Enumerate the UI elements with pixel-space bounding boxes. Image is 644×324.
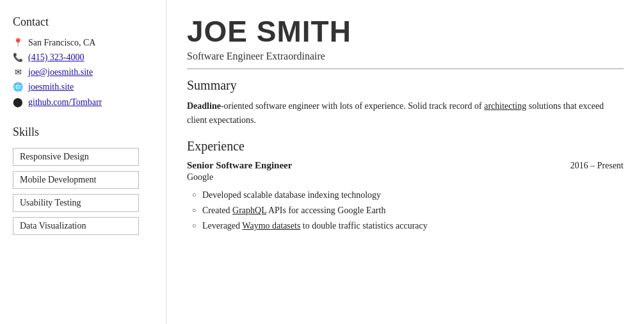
job-bullets-list: Developed scalable database indexing tec… (187, 188, 624, 233)
waymo-underline: Waymo datasets (242, 221, 300, 231)
contact-location: San Francisco, CA (28, 38, 95, 48)
candidate-name: JOE SMITH (187, 15, 624, 48)
website-link[interactable]: joesmith.site (28, 82, 74, 92)
page-container: Contact 📍 San Francisco, CA 📞 (415) 323-… (0, 0, 644, 324)
summary-heading: Summary (187, 78, 624, 93)
bullet-text: Developed scalable database indexing tec… (202, 190, 381, 200)
job-header: Senior Software Engineer 2016 – Present (187, 160, 624, 171)
bullet-text: Leveraged Waymo datasets to double traff… (202, 221, 428, 231)
list-item: 🌐 joesmith.site (13, 82, 153, 92)
globe-icon: 🌐 (13, 82, 23, 92)
graphql-underline: GraphQL (232, 206, 266, 215)
skills-section: Skills Responsive Design Mobile Developm… (13, 126, 153, 240)
list-item: ✉ joe@joesmith.site (13, 67, 153, 77)
skill-badge: Responsive Design (13, 148, 139, 166)
skill-badge: Usability Testing (13, 194, 139, 212)
phone-icon: 📞 (13, 53, 23, 63)
job-company: Google (187, 172, 624, 182)
experience-section: Experience Senior Software Engineer 2016… (187, 139, 624, 233)
skill-badge: Mobile Development (13, 171, 139, 189)
skill-badge: Data Visualization (13, 217, 139, 235)
list-item: ⬤ github.com/Tombarr (13, 97, 153, 108)
list-item: Created GraphQL APIs for accessing Googl… (192, 203, 624, 218)
sidebar: Contact 📍 San Francisco, CA 📞 (415) 323-… (0, 0, 166, 324)
candidate-subtitle: Software Engineer Extraordinaire (187, 51, 624, 62)
bold-deadline: Deadline (187, 101, 221, 111)
experience-heading: Experience (187, 139, 624, 154)
header-divider (187, 69, 624, 69)
list-item: 📞 (415) 323-4000 (13, 53, 153, 63)
location-icon: 📍 (13, 38, 23, 48)
list-item: Leveraged Waymo datasets to double traff… (192, 218, 624, 234)
github-link[interactable]: github.com/Tombarr (28, 97, 102, 108)
summary-text: Deadline-oriented software engineer with… (187, 99, 624, 128)
list-item: Developed scalable database indexing tec… (192, 188, 624, 203)
summary-text-part2: -oriented software engineer with lots of… (221, 101, 484, 111)
github-icon: ⬤ (13, 97, 23, 108)
summary-underline-word: architecting (484, 101, 526, 111)
email-icon: ✉ (13, 67, 23, 77)
list-item: 📍 San Francisco, CA (13, 38, 153, 48)
phone-link[interactable]: (415) 323-4000 (28, 53, 85, 63)
contact-list: 📍 San Francisco, CA 📞 (415) 323-4000 ✉ j… (13, 38, 153, 108)
skills-heading: Skills (13, 126, 153, 139)
main-content: JOE SMITH Software Engineer Extraordinai… (166, 0, 644, 324)
contact-heading: Contact (13, 15, 153, 29)
job-dates: 2016 – Present (570, 161, 624, 171)
bullet-text: Created GraphQL APIs for accessing Googl… (202, 206, 385, 215)
job-title: Senior Software Engineer (187, 160, 292, 171)
email-link[interactable]: joe@joesmith.site (28, 67, 93, 77)
